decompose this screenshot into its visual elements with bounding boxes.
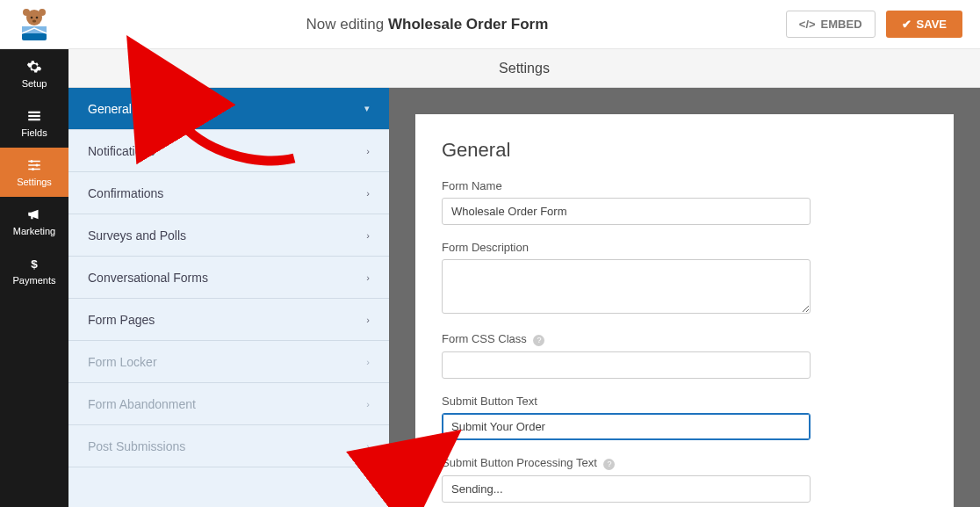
form-heading: General [442, 139, 927, 162]
chevron-right-icon: › [366, 357, 370, 367]
field-form-name: Form Name [442, 179, 927, 225]
app-logo [0, 0, 68, 49]
chevron-right-icon: › [366, 230, 370, 241]
code-icon: </> [799, 18, 816, 31]
panel-label: Conversational Forms [88, 271, 208, 285]
gear-icon [26, 59, 42, 75]
panel-form-abandonment: Form Abandonment › [68, 383, 389, 425]
sidenav-label: Fields [21, 127, 47, 138]
help-icon[interactable]: ? [603, 459, 615, 470]
form-css-label: Form CSS Class ? [442, 332, 927, 346]
save-button-label: SAVE [917, 18, 947, 31]
settings-title: Settings [499, 61, 550, 76]
sidenav-label: Settings [17, 177, 52, 187]
svg-point-1 [23, 9, 30, 16]
save-button[interactable]: ✔ SAVE [886, 11, 962, 38]
panel-form-locker: Form Locker › [68, 341, 389, 383]
embed-button[interactable]: </> EMBED [786, 11, 876, 38]
panel-label: Form Locker [88, 355, 157, 369]
field-submit-text: Submit Button Text [442, 395, 927, 440]
panel-form-pages[interactable]: Form Pages › [68, 299, 389, 341]
main-layout: Setup Fields Settings Marketing $ Paymen… [0, 49, 980, 507]
panel-post-submissions: Post Submissions › [68, 425, 389, 467]
panel-confirmations[interactable]: Confirmations › [68, 172, 389, 214]
panel-label: Form Pages [88, 313, 155, 327]
submit-text-label: Submit Button Text [442, 395, 927, 408]
help-icon[interactable]: ? [533, 335, 544, 346]
sidenav-label: Marketing [13, 226, 55, 236]
settings-body: General ▾ Notifications › Confirmations … [68, 88, 980, 507]
sidenav-label: Payments [13, 275, 56, 286]
sidenav-fields[interactable]: Fields [0, 98, 68, 148]
form-css-input[interactable] [442, 351, 811, 379]
dollar-icon: $ [26, 256, 42, 272]
panel-label: Surveys and Polls [88, 228, 186, 243]
page-title: Now editing Wholesale Order Form [68, 16, 786, 33]
form-name-input[interactable] [442, 198, 811, 225]
field-form-description: Form Description [442, 241, 927, 316]
chevron-right-icon: › [366, 441, 370, 452]
sidenav-setup[interactable]: Setup [0, 49, 68, 98]
svg-rect-11 [28, 161, 40, 163]
form-area: General Form Name Form Description Form … [389, 88, 980, 507]
form-card: General Form Name Form Description Form … [415, 114, 954, 507]
editing-form-name: Wholesale Order Form [388, 16, 548, 33]
svg-rect-9 [28, 115, 40, 117]
panel-label: Form Abandonment [88, 397, 196, 411]
form-description-input[interactable] [442, 259, 811, 314]
svg-point-2 [39, 9, 46, 16]
panel-label: Notifications [88, 144, 155, 158]
sliders-icon [26, 157, 42, 173]
svg-point-14 [31, 160, 33, 163]
chevron-right-icon: › [366, 272, 370, 283]
top-actions: </> EMBED ✔ SAVE [786, 11, 980, 38]
processing-text-input[interactable] [442, 475, 811, 503]
panel-label: Post Submissions [88, 439, 185, 453]
svg-rect-10 [28, 119, 40, 120]
svg-point-3 [31, 16, 33, 18]
list-icon [26, 108, 42, 124]
svg-rect-8 [28, 112, 40, 113]
sidenav-label: Setup [22, 78, 47, 89]
svg-point-4 [36, 16, 39, 18]
panel-notifications[interactable]: Notifications › [68, 130, 389, 172]
form-css-label-text: Form CSS Class [442, 332, 527, 345]
svg-point-15 [36, 164, 39, 167]
form-name-label: Form Name [442, 179, 927, 192]
chevron-right-icon: › [366, 315, 370, 325]
editing-prefix: Now editing [306, 16, 384, 33]
settings-header: Settings [68, 49, 980, 88]
megaphone-icon [26, 206, 42, 222]
right-column: Settings General ▾ Notifications › Confi… [68, 49, 980, 507]
processing-text-label-text: Submit Button Processing Text [442, 456, 597, 469]
panel-surveys[interactable]: Surveys and Polls › [68, 214, 389, 257]
panel-label: General [88, 102, 132, 116]
submit-text-input[interactable] [442, 413, 811, 440]
chevron-right-icon: › [366, 146, 370, 156]
settings-panel-list: General ▾ Notifications › Confirmations … [68, 88, 389, 507]
svg-point-5 [32, 19, 36, 22]
embed-button-label: EMBED [821, 18, 862, 31]
panel-conversational[interactable]: Conversational Forms › [68, 257, 389, 299]
sidenav-marketing[interactable]: Marketing [0, 197, 68, 246]
svg-rect-12 [28, 164, 40, 166]
topbar: Now editing Wholesale Order Form </> EMB… [0, 0, 980, 49]
form-description-label: Form Description [442, 241, 927, 254]
panel-label: Confirmations [88, 186, 163, 200]
svg-text:$: $ [31, 257, 38, 271]
chevron-right-icon: › [366, 399, 370, 409]
sidenav-settings[interactable]: Settings [0, 148, 68, 197]
sidenav-payments[interactable]: $ Payments [0, 246, 68, 295]
field-form-css-class: Form CSS Class ? [442, 332, 927, 379]
check-icon: ✔ [902, 18, 912, 31]
processing-text-label: Submit Button Processing Text ? [442, 456, 927, 470]
chevron-down-icon: ▾ [364, 103, 370, 114]
panel-general[interactable]: General ▾ [68, 88, 389, 130]
field-processing-text: Submit Button Processing Text ? [442, 456, 927, 503]
svg-point-16 [32, 168, 34, 170]
chevron-right-icon: › [366, 188, 370, 199]
sidenav: Setup Fields Settings Marketing $ Paymen… [0, 49, 68, 507]
